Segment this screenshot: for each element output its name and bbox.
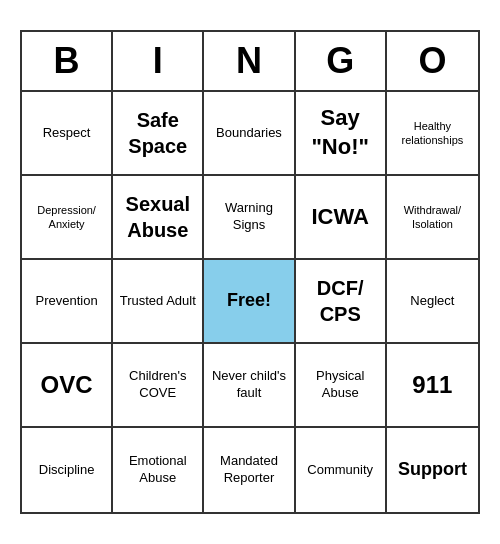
cell-text-3: Say "No!" bbox=[300, 104, 381, 161]
cell-text-8: ICWA bbox=[311, 203, 368, 232]
cell-text-19: 911 bbox=[412, 369, 452, 400]
bingo-cell-7[interactable]: Warning Signs bbox=[204, 176, 295, 260]
cell-text-0: Respect bbox=[43, 125, 91, 142]
bingo-cell-20[interactable]: Discipline bbox=[22, 428, 113, 512]
bingo-cell-4[interactable]: Healthy relationships bbox=[387, 92, 478, 176]
bingo-cell-12[interactable]: Free! bbox=[204, 260, 295, 344]
cell-text-2: Boundaries bbox=[216, 125, 282, 142]
bingo-cell-8[interactable]: ICWA bbox=[296, 176, 387, 260]
header-letter-i: I bbox=[113, 32, 204, 90]
header-letter-b: B bbox=[22, 32, 113, 90]
cell-text-15: OVC bbox=[41, 369, 93, 400]
bingo-cell-15[interactable]: OVC bbox=[22, 344, 113, 428]
cell-text-22: Mandated Reporter bbox=[208, 453, 289, 487]
header-letter-o: O bbox=[387, 32, 478, 90]
cell-text-13: DCF/ CPS bbox=[300, 275, 381, 327]
cell-text-23: Community bbox=[307, 462, 373, 479]
bingo-cell-9[interactable]: Withdrawal/ Isolation bbox=[387, 176, 478, 260]
bingo-cell-19[interactable]: 911 bbox=[387, 344, 478, 428]
bingo-header: BINGO bbox=[22, 32, 478, 92]
bingo-cell-11[interactable]: Trusted Adult bbox=[113, 260, 204, 344]
bingo-cell-2[interactable]: Boundaries bbox=[204, 92, 295, 176]
cell-text-4: Healthy relationships bbox=[391, 119, 474, 148]
cell-text-14: Neglect bbox=[410, 293, 454, 310]
cell-text-24: Support bbox=[398, 458, 467, 481]
cell-text-16: Children's COVE bbox=[117, 368, 198, 402]
bingo-cell-10[interactable]: Prevention bbox=[22, 260, 113, 344]
cell-text-6: Sexual Abuse bbox=[117, 191, 198, 243]
bingo-cell-23[interactable]: Community bbox=[296, 428, 387, 512]
bingo-cell-5[interactable]: Depression/ Anxiety bbox=[22, 176, 113, 260]
bingo-cell-16[interactable]: Children's COVE bbox=[113, 344, 204, 428]
cell-text-1: Safe Space bbox=[117, 107, 198, 159]
bingo-cell-1[interactable]: Safe Space bbox=[113, 92, 204, 176]
bingo-card: BINGO RespectSafe SpaceBoundariesSay "No… bbox=[20, 30, 480, 514]
cell-text-10: Prevention bbox=[36, 293, 98, 310]
cell-text-7: Warning Signs bbox=[208, 200, 289, 234]
bingo-cell-24[interactable]: Support bbox=[387, 428, 478, 512]
header-letter-n: N bbox=[204, 32, 295, 90]
cell-text-11: Trusted Adult bbox=[120, 293, 196, 310]
bingo-cell-0[interactable]: Respect bbox=[22, 92, 113, 176]
cell-text-20: Discipline bbox=[39, 462, 95, 479]
bingo-cell-22[interactable]: Mandated Reporter bbox=[204, 428, 295, 512]
bingo-cell-17[interactable]: Never child's fault bbox=[204, 344, 295, 428]
cell-text-12: Free! bbox=[227, 289, 271, 312]
cell-text-5: Depression/ Anxiety bbox=[26, 203, 107, 232]
bingo-cell-21[interactable]: Emotional Abuse bbox=[113, 428, 204, 512]
bingo-cell-14[interactable]: Neglect bbox=[387, 260, 478, 344]
cell-text-17: Never child's fault bbox=[208, 368, 289, 402]
bingo-grid: RespectSafe SpaceBoundariesSay "No!"Heal… bbox=[22, 92, 478, 512]
cell-text-21: Emotional Abuse bbox=[117, 453, 198, 487]
bingo-cell-13[interactable]: DCF/ CPS bbox=[296, 260, 387, 344]
bingo-cell-3[interactable]: Say "No!" bbox=[296, 92, 387, 176]
cell-text-18: Physical Abuse bbox=[300, 368, 381, 402]
bingo-cell-6[interactable]: Sexual Abuse bbox=[113, 176, 204, 260]
cell-text-9: Withdrawal/ Isolation bbox=[391, 203, 474, 232]
header-letter-g: G bbox=[296, 32, 387, 90]
bingo-cell-18[interactable]: Physical Abuse bbox=[296, 344, 387, 428]
